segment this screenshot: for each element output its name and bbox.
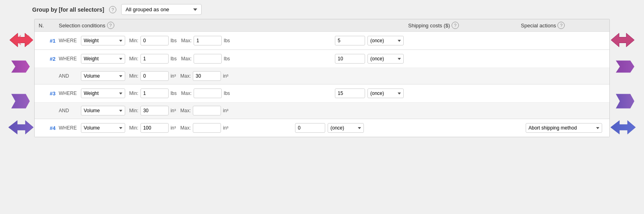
- header-actions: Special actions ?: [521, 22, 605, 29]
- row-3-max-input-1[interactable]: [194, 88, 222, 98]
- svg-marker-4: [611, 33, 634, 47]
- row-3-connector-2: AND: [59, 108, 81, 113]
- selection-help-icon[interactable]: ?: [107, 22, 114, 29]
- row-1-connector: WHERE: [59, 38, 81, 43]
- row-3-condition-1: #3 WHERE WeightVolume Min: lbs Max: lbs …: [35, 84, 609, 102]
- row-3-max-unit-1: lbs: [224, 91, 230, 96]
- svg-marker-1: [10, 33, 33, 47]
- row-3-cost-input[interactable]: [335, 88, 365, 98]
- row-2-connector-1: WHERE: [59, 56, 81, 62]
- row-4-max-input[interactable]: [193, 123, 221, 133]
- right-arrow-row2: [614, 56, 634, 78]
- header-actions-label: Special actions: [521, 23, 556, 29]
- right-arrow-row4: [611, 119, 636, 138]
- row-3-min-label-2: Min:: [129, 108, 138, 113]
- row-4-condition-1: #4 WHERE WeightVolume Min: in³ Max: in³ …: [35, 119, 609, 137]
- row-2-min-unit-1: lbs: [171, 56, 177, 62]
- right-arrow-row1: [611, 32, 634, 50]
- row-2-field-select-1[interactable]: WeightVolume: [81, 54, 125, 64]
- row-2-connector-2: AND: [59, 73, 81, 79]
- row-2-max-label-1: Max:: [181, 56, 192, 62]
- header-selection-label: Selection conditions: [59, 23, 105, 29]
- row-1-min-input[interactable]: [140, 36, 169, 45]
- row-1-condition-1: #1 WHERE WeightVolumePrice Min: lbs Max:…: [35, 32, 609, 49]
- header-costs-label: Shipping costs ($): [408, 23, 450, 29]
- row-4-num: #4: [39, 125, 59, 131]
- row-2-min-unit-2: in³: [171, 73, 176, 79]
- svg-marker-3: [611, 33, 634, 47]
- row-3-max-unit-2: in³: [223, 108, 228, 113]
- row-3-max-label-2: Max:: [180, 108, 191, 113]
- table-container: N. Selection conditions ? Shipping costs…: [34, 19, 610, 137]
- costs-help-icon[interactable]: ?: [452, 22, 459, 29]
- row-2-min-label-2: Min:: [129, 73, 138, 79]
- row-4-max-label: Max:: [180, 125, 191, 131]
- svg-marker-2: [14, 35, 33, 45]
- row-4-min-unit: in³: [171, 125, 176, 131]
- table-header: N. Selection conditions ? Shipping costs…: [35, 19, 609, 32]
- row-1-freq-select[interactable]: (once)(per item): [367, 36, 404, 45]
- row-1-max-input[interactable]: [194, 36, 222, 45]
- row-2-condition-1: #2 WHERE WeightVolume Min: lbs Max: lbs …: [35, 50, 609, 68]
- row-3-min-input-2[interactable]: [140, 106, 169, 115]
- row-4-field-select[interactable]: WeightVolume: [81, 123, 125, 133]
- group-by-label: Group by [for all selectors]: [32, 6, 104, 13]
- row-2-freq-select[interactable]: (once)(per item): [367, 54, 404, 64]
- header-n-label: N.: [39, 23, 44, 29]
- row-1-cost-input[interactable]: [335, 36, 365, 45]
- row-1-num: #1: [39, 38, 59, 44]
- left-arrow-row2: [10, 56, 30, 78]
- row-4-special-action-select[interactable]: — Abort shipping method Free shipping: [526, 123, 602, 133]
- row-3-max-input-2[interactable]: [193, 106, 221, 115]
- top-bar: Group by [for all selectors] ? All group…: [8, 4, 636, 15]
- row-2-max-input-1[interactable]: [194, 54, 222, 64]
- row-1-min-unit: lbs: [171, 38, 177, 43]
- row-3-num: #3: [39, 91, 59, 97]
- svg-marker-12: [611, 121, 636, 134]
- row-4-cost-input[interactable]: [295, 123, 325, 133]
- svg-marker-7: [11, 94, 30, 108]
- row-group-4: #4 WHERE WeightVolume Min: in³ Max: in³ …: [35, 119, 609, 137]
- svg-marker-6: [616, 60, 634, 72]
- conditions-table: N. Selection conditions ? Shipping costs…: [34, 19, 610, 137]
- group-by-help-icon[interactable]: ?: [109, 6, 116, 13]
- row-3-max-label-1: Max:: [181, 91, 192, 96]
- group-select[interactable]: All grouped as one Group by row No group…: [121, 4, 202, 15]
- svg-marker-5: [11, 60, 30, 72]
- row-2-min-input-1[interactable]: [140, 54, 169, 64]
- row-1-min-label: Min:: [129, 38, 138, 43]
- row-2-max-label-2: Max:: [180, 73, 191, 79]
- svg-marker-0: [10, 33, 33, 47]
- row-group-2: #2 WHERE WeightVolume Min: lbs Max: lbs …: [35, 50, 609, 84]
- row-4-min-input[interactable]: [140, 123, 169, 133]
- row-4-freq-select[interactable]: (once)(per item): [328, 123, 364, 133]
- svg-marker-10: [8, 121, 33, 134]
- header-costs: Shipping costs ($) ?: [408, 22, 521, 29]
- header-n: N.: [39, 22, 59, 29]
- row-group-1: #1 WHERE WeightVolumePrice Min: lbs Max:…: [35, 32, 609, 50]
- row-3-min-label-1: Min:: [129, 91, 138, 96]
- left-arrow-row4: [8, 119, 33, 138]
- actions-help-icon[interactable]: ?: [557, 22, 565, 29]
- row-2-max-unit-1: lbs: [224, 56, 230, 62]
- row-3-min-unit-1: lbs: [171, 91, 177, 96]
- row-2-field-select-2[interactable]: WeightVolume: [81, 71, 125, 81]
- row-3-field-select-1[interactable]: WeightVolume: [81, 88, 125, 98]
- header-selection: Selection conditions ?: [59, 22, 408, 29]
- row-2-max-input-2[interactable]: [193, 71, 221, 81]
- row-3-freq-select[interactable]: (once)(per item): [367, 88, 404, 98]
- svg-marker-9: [8, 121, 33, 134]
- row-3-min-input-1[interactable]: [140, 88, 169, 98]
- row-2-num: #2: [39, 56, 59, 62]
- row-2-min-input-2[interactable]: [140, 71, 169, 81]
- left-arrow-row1: [10, 32, 33, 50]
- row-3-field-select-2[interactable]: WeightVolume: [81, 106, 125, 115]
- row-4-connector: WHERE: [59, 125, 81, 131]
- row-2-cost-input[interactable]: [335, 54, 365, 64]
- row-2-max-unit-2: in³: [223, 73, 228, 79]
- row-4-max-unit: in³: [223, 125, 228, 131]
- row-2-min-label-1: Min:: [129, 56, 138, 62]
- row-1-field-select[interactable]: WeightVolumePrice: [81, 36, 125, 45]
- row-group-3: #3 WHERE WeightVolume Min: lbs Max: lbs …: [35, 84, 609, 119]
- left-arrow-row3: [10, 89, 30, 114]
